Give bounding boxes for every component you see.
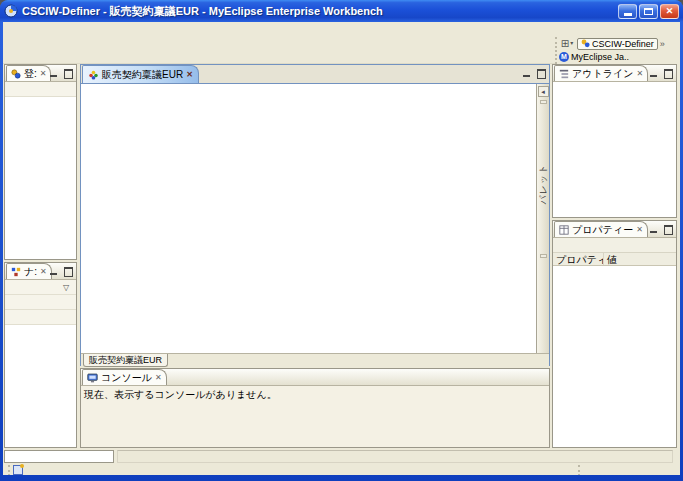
- navigator-tree-toolbar: [5, 310, 76, 325]
- properties-view: プロパティー ✕ プロパティー 値: [552, 220, 677, 448]
- perspective-bar: ⊞▾ CSCIW-Definer » M MyEclipse Ja..: [555, 37, 680, 64]
- maximize-view-button[interactable]: [63, 266, 74, 276]
- navigator-view-icon: [11, 266, 21, 278]
- perspective-button-csciw-definer[interactable]: CSCIW-Definer: [577, 38, 658, 50]
- register-view-icon: [11, 68, 21, 80]
- close-window-button[interactable]: ✕: [660, 4, 679, 19]
- register-view: 登: ✕: [4, 64, 77, 260]
- navigator-view-tab[interactable]: ナ: ✕: [6, 263, 52, 279]
- close-view-icon[interactable]: ✕: [636, 225, 643, 234]
- csciw-perspective-icon: [581, 39, 590, 48]
- properties-header-row: プロパティー 値: [553, 253, 676, 266]
- register-view-toolbar: [5, 82, 76, 97]
- palette-expand-icon[interactable]: ◂: [538, 86, 549, 97]
- close-editor-icon[interactable]: ✕: [186, 70, 193, 79]
- properties-view-tab[interactable]: プロパティー ✕: [554, 221, 648, 237]
- navigator-view-header: ナ: ✕: [5, 263, 76, 280]
- menu-bar: [3, 22, 680, 37]
- minimize-view-button[interactable]: [49, 68, 60, 78]
- perspective-button-myeclipse[interactable]: MyEclipse Ja..: [571, 52, 629, 62]
- properties-column-name[interactable]: プロパティー: [553, 253, 603, 265]
- maximize-view-button[interactable]: [63, 68, 74, 78]
- properties-column-value[interactable]: 値: [603, 253, 676, 265]
- outline-tree: [553, 82, 676, 86]
- properties-toolbar: [553, 238, 676, 253]
- outline-view-header: アウトライン ✕: [553, 65, 676, 82]
- editor-page-tab[interactable]: 販売契約稟議EUR: [83, 354, 168, 367]
- progress-icon[interactable]: [13, 465, 23, 475]
- close-view-icon[interactable]: ✕: [636, 69, 643, 78]
- close-view-icon[interactable]: ✕: [155, 373, 162, 382]
- maximize-view-button[interactable]: [663, 68, 674, 78]
- properties-view-header: プロパティー ✕: [553, 221, 676, 238]
- editor-part: 販売契約稟議EUR ✕ ◂ パレット 販売契約稟議EUR: [80, 64, 550, 366]
- workflow-editor-icon: [88, 69, 99, 81]
- close-view-icon[interactable]: ✕: [40, 267, 47, 276]
- app-icon: [4, 4, 18, 18]
- editor-page-tab-bar: 販売契約稟議EUR: [81, 353, 549, 366]
- window-title: CSCIW-Definer - 販売契約稟議EUR - MyEclipse En…: [22, 4, 616, 19]
- console-icon: [87, 372, 98, 384]
- minimize-view-button[interactable]: [49, 266, 60, 276]
- outline-view: アウトライン ✕: [552, 64, 677, 218]
- workbench-client: ⊞▾ CSCIW-Definer » M MyEclipse Ja.. 登: ✕: [3, 22, 680, 475]
- palette-label: パレット: [537, 164, 550, 205]
- register-tree: [5, 97, 76, 101]
- trim-grip: [578, 465, 580, 475]
- console-view-header: コンソール ✕: [81, 369, 549, 386]
- maximize-window-button[interactable]: [639, 4, 658, 19]
- navigator-view: ナ: ✕ ▽: [4, 262, 77, 448]
- console-view: コンソール ✕ 現在、表示するコンソールがありません。: [80, 368, 550, 448]
- editor-tab[interactable]: 販売契約稟議EUR ✕: [82, 65, 199, 83]
- view-menu-icon[interactable]: ▽: [58, 281, 74, 294]
- maximize-view-button[interactable]: [663, 224, 674, 234]
- close-view-icon[interactable]: ✕: [40, 69, 47, 78]
- register-view-tab[interactable]: 登: ✕: [6, 65, 51, 81]
- status-region: [117, 450, 673, 463]
- minimize-view-button[interactable]: [649, 68, 660, 78]
- main-toolbar: [3, 37, 555, 64]
- navigator-nav-toolbar: [5, 295, 76, 310]
- outline-view-tab[interactable]: アウトライン ✕: [554, 65, 648, 81]
- status-message-field: [4, 450, 114, 463]
- workflow-canvas[interactable]: [81, 84, 536, 353]
- minimize-view-button[interactable]: [649, 224, 660, 234]
- minimize-window-button[interactable]: [618, 4, 637, 19]
- myeclipse-perspective-icon: M: [559, 52, 569, 62]
- minimize-editor-button[interactable]: [522, 68, 533, 78]
- title-bar[interactable]: CSCIW-Definer - 販売契約稟議EUR - MyEclipse En…: [0, 0, 683, 22]
- editor-tab-bar: 販売契約稟議EUR ✕: [81, 65, 549, 84]
- perspective-overflow-chevron[interactable]: »: [660, 39, 665, 49]
- register-view-header: 登: ✕: [5, 65, 76, 82]
- console-message: 現在、表示するコンソールがありません。: [81, 386, 549, 404]
- app-window: CSCIW-Definer - 販売契約稟議EUR - MyEclipse En…: [0, 0, 683, 481]
- outline-icon: [559, 68, 569, 80]
- toolbar-row-1: [3, 37, 555, 50]
- trim-grip: [8, 465, 10, 475]
- console-view-tab[interactable]: コンソール ✕: [82, 369, 167, 385]
- open-perspective-icon[interactable]: ⊞▾: [559, 37, 575, 50]
- maximize-editor-button[interactable]: [536, 68, 547, 78]
- toolbar-row-2: [3, 50, 555, 63]
- palette-flyout[interactable]: ◂ パレット: [536, 84, 549, 353]
- navigator-tree: [5, 325, 76, 329]
- properties-icon: [559, 224, 569, 236]
